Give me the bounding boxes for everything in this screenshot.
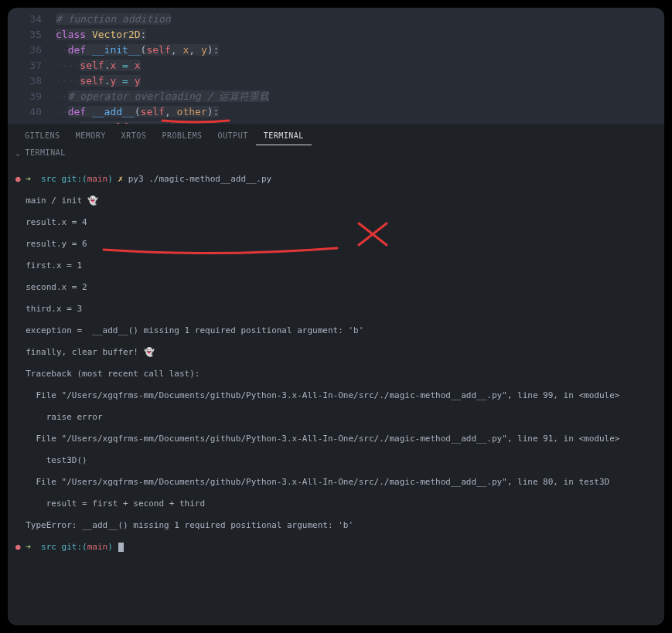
terminal-line: third.x = 3 (15, 304, 657, 315)
tab-terminal[interactable]: TERMINAL (256, 127, 312, 145)
line-number: 40 (8, 104, 42, 120)
code-line[interactable]: ····self.y = y (56, 73, 664, 89)
tab-xrtos[interactable]: XRTOS (114, 127, 155, 145)
line-number: 34 (8, 12, 42, 27)
code-editor[interactable]: 34 35 36 37 38 39 40 41 42 43 44 45 46 4… (8, 8, 664, 124)
panel-title: TERMINAL (26, 148, 66, 157)
line-number: 35 (8, 27, 42, 43)
terminal-line: ● ➜ src git:(main) ✗ py3 ./magic-method_… (15, 174, 657, 185)
terminal-line: finally, clear buffer! 👻 (15, 347, 657, 358)
editor-window: 34 35 36 37 38 39 40 41 42 43 44 45 46 4… (8, 8, 664, 625)
panel-tabs: GITLENS MEMORY XRTOS PROBLEMS OUTPUT TER… (8, 124, 664, 145)
terminal-line: result.x = 4 (15, 217, 657, 228)
chevron-down-icon: ⌄ (15, 148, 21, 157)
code-line[interactable]: ····x = self.x + other.x (56, 120, 664, 124)
terminal-line: ● ➜ src git:(main) (15, 542, 657, 553)
terminal-panel[interactable]: ● ➜ src git:(main) ✗ py3 ./magic-method_… (8, 160, 664, 625)
tab-output[interactable]: OUTPUT (210, 127, 256, 145)
tab-memory[interactable]: MEMORY (68, 127, 114, 145)
terminal-line: TypeError: __add__() missing 1 required … (15, 520, 657, 531)
code-line[interactable]: # function addition (56, 12, 664, 27)
code-line[interactable]: ····self.x = x (56, 58, 664, 73)
terminal-line: File "/Users/xgqfrms-mm/Documents/github… (15, 477, 657, 488)
terminal-line: second.x = 2 (15, 282, 657, 293)
terminal-line: Traceback (most recent call last): (15, 369, 657, 379)
panel-header[interactable]: ⌄ TERMINAL (8, 145, 664, 160)
code-line[interactable]: class Vector2D: (56, 27, 664, 43)
terminal-line: exception = __add__() missing 1 required… (15, 325, 657, 336)
line-number: 36 (8, 43, 42, 58)
terminal-line: raise error (15, 412, 657, 423)
line-number: 39 (8, 89, 42, 104)
terminal-line: first.x = 1 (15, 260, 657, 271)
terminal-cursor (118, 543, 124, 552)
code-line[interactable]: ··def __init__(self, x, y): (56, 43, 664, 58)
line-number: 37 (8, 58, 42, 73)
code-line[interactable]: ··# operator overloading / 运算符重载 (56, 89, 664, 104)
terminal-line: result.y = 6 (15, 239, 657, 250)
code-area[interactable]: # function addition class Vector2D: ··de… (56, 8, 664, 124)
terminal-line: result = first + second + third (15, 499, 657, 509)
terminal-line: File "/Users/xgqfrms-mm/Documents/github… (15, 390, 657, 401)
code-line[interactable]: ··def __add__(self, other): (56, 104, 664, 120)
line-number-gutter: 34 35 36 37 38 39 40 41 42 43 44 45 46 4… (8, 8, 56, 124)
line-number: 38 (8, 73, 42, 89)
terminal-line: main / init 👻 (15, 196, 657, 206)
terminal-line: test3D() (15, 455, 657, 466)
tab-gitlens[interactable]: GITLENS (17, 127, 68, 145)
tab-problems[interactable]: PROBLEMS (154, 127, 210, 145)
terminal-line: File "/Users/xgqfrms-mm/Documents/github… (15, 434, 657, 444)
